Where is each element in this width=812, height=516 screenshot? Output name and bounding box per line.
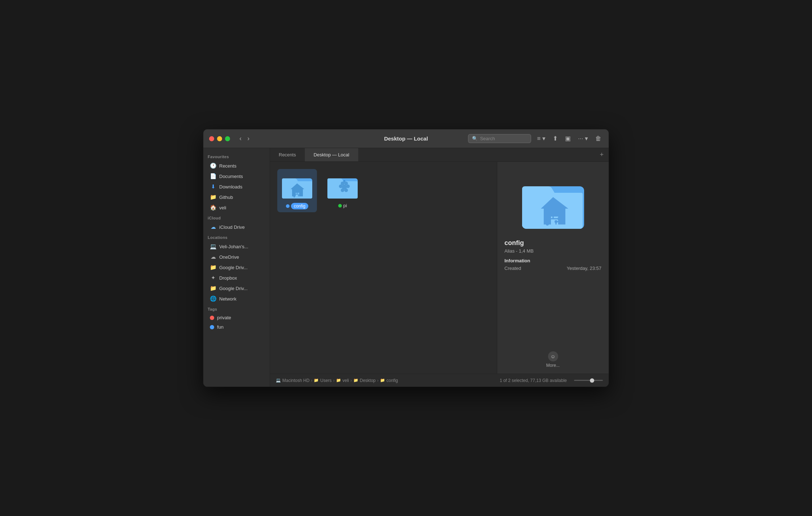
home-icon: 🏠 (210, 204, 216, 211)
svg-point-19 (341, 188, 344, 192)
sidebar-item-label: Google Driv... (219, 286, 248, 291)
computer-icon: 💻 (210, 243, 216, 250)
view-options-icon[interactable]: ≡ ▾ (535, 133, 547, 144)
tab-add-button[interactable]: + (595, 148, 609, 161)
sidebar-item-tag-fun[interactable]: fun (206, 322, 268, 332)
main-content: Favourites 🕐 Recents 📄 Documents ⬇ Downl… (203, 148, 609, 387)
sidebar-item-label: private (217, 315, 231, 320)
sidebar-item-googledrive1[interactable]: 📁 Google Driv... (206, 262, 268, 272)
breadcrumb-sep2: › (333, 378, 335, 383)
forward-button[interactable]: › (245, 134, 252, 143)
file-label-pi: pi (338, 203, 347, 208)
tab-label: Desktop — Local (314, 152, 349, 157)
folder-icon-config (281, 172, 313, 201)
back-button[interactable]: ‹ (237, 134, 244, 143)
breadcrumb-item-veli[interactable]: 📁 veli (336, 378, 349, 383)
breadcrumb-item-users[interactable]: 📁 Users (314, 378, 331, 383)
breadcrumb-sep3: › (350, 378, 352, 383)
slider-track (574, 380, 603, 381)
sidebar-item-label: Google Driv... (219, 265, 248, 270)
sidebar-item-icloud-drive[interactable]: ☁ iCloud Drive (206, 222, 268, 232)
tags-label: Tags (203, 304, 270, 313)
svg-point-8 (294, 196, 295, 197)
breadcrumb-veli-label: veli (343, 378, 349, 383)
tag-dot-fun (210, 325, 214, 329)
onedrive-icon: ☁ (210, 254, 216, 260)
close-button[interactable] (209, 136, 214, 141)
minimize-button[interactable] (217, 136, 222, 141)
network-icon: 🌐 (210, 295, 216, 302)
sidebar-item-computer[interactable]: 💻 Veli-Johan's... (206, 241, 268, 252)
sidebar-item-onedrive[interactable]: ☁ OneDrive (206, 252, 268, 262)
folder-icon-pi (327, 172, 358, 201)
sidebar-item-label: fun (217, 324, 224, 330)
sidebar-toggle-icon[interactable]: ▣ (564, 133, 572, 144)
file-label-config: config (286, 203, 308, 209)
icloud-label: iCloud (203, 213, 270, 222)
svg-point-12 (301, 195, 302, 196)
window-controls (209, 136, 230, 141)
file-view-wrapper: config (270, 162, 609, 374)
breadcrumb-item-hd[interactable]: 💻 Macintosh HD (276, 378, 309, 383)
sidebar-item-tag-private[interactable]: private (206, 313, 268, 322)
more-circle-icon: ☺ (548, 351, 558, 361)
maximize-button[interactable] (225, 136, 230, 141)
sidebar-item-network[interactable]: 🌐 Network (206, 294, 268, 304)
recents-icon: 🕐 (210, 163, 216, 169)
sidebar-item-label: iCloud Drive (219, 224, 245, 230)
config-folder-svg (281, 172, 313, 201)
sidebar-item-dropbox[interactable]: ✦ Dropbox (206, 273, 268, 283)
preview-info-label: Information (504, 258, 530, 263)
tab-recents[interactable]: Recents (270, 148, 305, 161)
svg-point-18 (346, 184, 350, 188)
preview-subtitle: Alias - 1,4 MB (504, 248, 534, 254)
titlebar-right: 🔍 ≡ ▾ ⬆ ▣ ··· ▾ 🗑 (468, 133, 603, 144)
file-item-pi[interactable]: pi (323, 169, 362, 212)
preview-created-key: Created (504, 266, 521, 271)
sidebar-item-googledrive2[interactable]: 📁 Google Driv... (206, 283, 268, 293)
svg-point-24 (552, 212, 555, 215)
googledrive2-icon: 📁 (210, 285, 216, 292)
dropbox-icon: ✦ (210, 275, 216, 281)
status-text: 1 of 2 selected, 77,13 GB available (500, 378, 567, 383)
users-folder-icon: 📁 (314, 378, 319, 383)
sidebar: Favourites 🕐 Recents 📄 Documents ⬇ Downl… (203, 148, 270, 387)
content-area: Recents Desktop — Local + (270, 148, 609, 387)
tab-desktop-local[interactable]: Desktop — Local (305, 148, 358, 161)
file-name-pi: pi (343, 203, 347, 208)
more-options-icon[interactable]: ··· ▾ (577, 133, 590, 144)
svg-point-31 (546, 223, 549, 226)
documents-icon: 📄 (210, 173, 216, 179)
sidebar-item-recents[interactable]: 🕐 Recents (206, 161, 268, 171)
preview-info-created: Created Yesterday, 23:57 (504, 266, 601, 271)
file-name-config: config (291, 203, 308, 209)
more-label: More... (546, 363, 560, 368)
breadcrumb: 💻 Macintosh HD › 📁 Users › 📁 veli › (276, 378, 398, 383)
tab-label: Recents (279, 152, 296, 157)
preview-more-button[interactable]: ☺ More... (546, 351, 560, 368)
favourites-label: Favourites (203, 152, 270, 160)
nav-buttons: ‹ › (237, 134, 252, 143)
breadcrumb-item-desktop[interactable]: 📁 Desktop (353, 378, 376, 383)
share-icon[interactable]: ⬆ (551, 133, 559, 144)
file-item-config[interactable]: config (277, 169, 317, 212)
zoom-slider[interactable] (574, 380, 603, 381)
trash-icon[interactable]: 🗑 (594, 134, 603, 144)
search-input[interactable] (480, 136, 527, 141)
breadcrumb-item-config[interactable]: 📁 config (380, 378, 398, 383)
sidebar-item-documents[interactable]: 📄 Documents (206, 171, 268, 181)
tag-dot-private (210, 316, 214, 320)
sidebar-item-label: veli (219, 205, 226, 210)
sidebar-item-veli[interactable]: 🏠 veli (206, 203, 268, 213)
sidebar-item-downloads[interactable]: ⬇ Downloads (206, 182, 268, 192)
search-bar[interactable]: 🔍 (468, 134, 531, 143)
sidebar-item-label: Documents (219, 174, 243, 179)
sidebar-item-label: Dropbox (219, 275, 237, 281)
googledrive-icon: 📁 (210, 264, 216, 271)
veli-folder-icon: 📁 (336, 378, 341, 383)
sidebar-item-github[interactable]: 📁 Github (206, 192, 268, 202)
breadcrumb-sep: › (311, 378, 312, 383)
svg-point-11 (298, 195, 299, 196)
preview-folder-icon-svg (521, 173, 586, 232)
github-icon: 📁 (210, 194, 216, 200)
